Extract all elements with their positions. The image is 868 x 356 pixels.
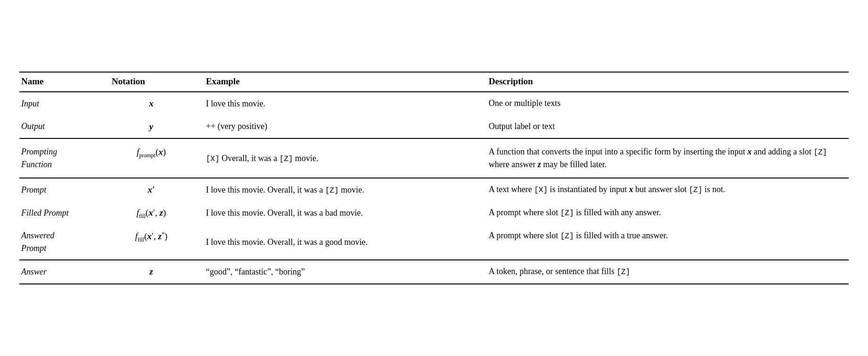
- table-row: Prompt x′ I love this movie. Overall, it…: [19, 178, 849, 202]
- example-cell-filled-prompt: I love this movie. Overall, it was a bad…: [198, 202, 481, 225]
- example-cell-answered-prompt: I love this movie. Overall, it was a goo…: [198, 225, 481, 260]
- example-cell-prompt: I love this movie. Overall, it was a [Z]…: [198, 178, 481, 202]
- notation-cell-filled-prompt: ffill(x′, z): [104, 202, 198, 225]
- description-cell-prompting-function: A function that converts the input into …: [481, 138, 849, 178]
- notation-cell-input: x: [104, 92, 198, 115]
- notation-cell-output: y: [104, 115, 198, 139]
- table-row: AnsweredPrompt ffill(x′, z*) I love this…: [19, 225, 849, 260]
- table-row: Filled Prompt ffill(x′, z) I love this m…: [19, 202, 849, 225]
- table-row: Answer z “good”, “fantastic”, “boring” A…: [19, 260, 849, 284]
- header-row: Name Notation Example Description: [19, 72, 849, 92]
- description-cell-prompt: A text where [X] is instantiated by inpu…: [481, 178, 849, 202]
- name-cell-prompting-function: PromptingFunction: [19, 138, 104, 178]
- notation-cell-prompting-function: fprompt(x): [104, 138, 198, 178]
- definitions-table: Name Notation Example Description Input …: [19, 72, 849, 284]
- table-row: Input x I love this movie. One or multip…: [19, 92, 849, 115]
- header-example: Example: [198, 72, 481, 92]
- name-cell-output: Output: [19, 115, 104, 139]
- description-cell-filled-prompt: A prompt where slot [Z] is filled with a…: [481, 202, 849, 225]
- header-name: Name: [19, 72, 104, 92]
- table-row: Output y ++ (very positive) Output label…: [19, 115, 849, 139]
- notation-cell-answered-prompt: ffill(x′, z*): [104, 225, 198, 260]
- description-cell-output: Output label or text: [481, 115, 849, 139]
- example-cell-answer: “good”, “fantastic”, “boring”: [198, 260, 481, 284]
- header-notation: Notation: [104, 72, 198, 92]
- name-cell-filled-prompt: Filled Prompt: [19, 202, 104, 225]
- notation-cell-answer: z: [104, 260, 198, 284]
- description-cell-input: One or multiple texts: [481, 92, 849, 115]
- name-cell-answered-prompt: AnsweredPrompt: [19, 225, 104, 260]
- description-cell-answered-prompt: A prompt where slot [Z] is filled with a…: [481, 225, 849, 260]
- name-cell-input: Input: [19, 92, 104, 115]
- name-cell-prompt: Prompt: [19, 178, 104, 202]
- main-table-container: Name Notation Example Description Input …: [19, 72, 849, 284]
- notation-cell-prompt: x′: [104, 178, 198, 202]
- header-description: Description: [481, 72, 849, 92]
- name-cell-answer: Answer: [19, 260, 104, 284]
- table-row: PromptingFunction fprompt(x) [X] Overall…: [19, 138, 849, 178]
- description-cell-answer: A token, phrase, or sentence that fills …: [481, 260, 849, 284]
- example-cell-prompting-function: [X] Overall, it was a [Z] movie.: [198, 138, 481, 178]
- example-cell-output: ++ (very positive): [198, 115, 481, 139]
- example-cell-input: I love this movie.: [198, 92, 481, 115]
